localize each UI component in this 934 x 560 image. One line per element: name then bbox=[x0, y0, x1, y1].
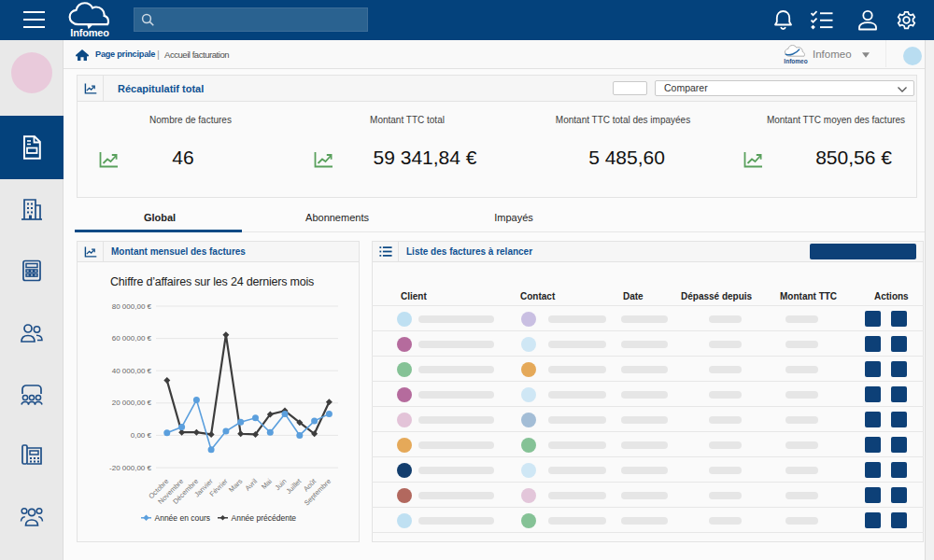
svg-text:Année précédente: Année précédente bbox=[232, 513, 297, 523]
svg-text:Année en cours: Année en cours bbox=[155, 513, 211, 523]
svg-text:Avril: Avril bbox=[244, 477, 260, 493]
svg-text:60 000,00 €: 60 000,00 € bbox=[112, 334, 152, 343]
svg-text:0,00 €: 0,00 € bbox=[131, 431, 152, 440]
svg-text:Mars: Mars bbox=[227, 477, 244, 494]
svg-text:80 000,00 €: 80 000,00 € bbox=[112, 302, 152, 311]
svg-text:40 000,00 €: 40 000,00 € bbox=[112, 367, 152, 375]
svg-text:Juillet: Juillet bbox=[284, 476, 304, 496]
svg-text:20 000,00 €: 20 000,00 € bbox=[112, 399, 152, 407]
svg-text:Mai: Mai bbox=[260, 477, 274, 491]
svg-text:-20 000,00 €: -20 000,00 € bbox=[109, 464, 151, 472]
